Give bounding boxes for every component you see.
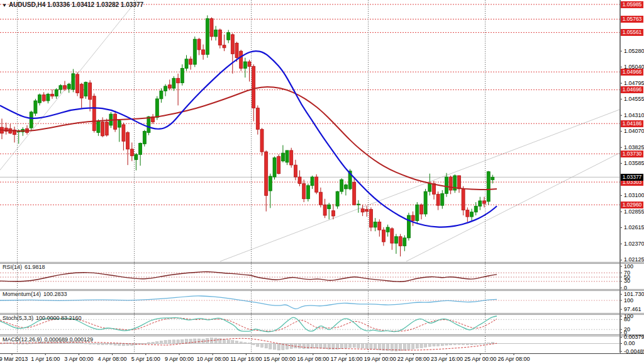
macd-axis-label: 0.003798 — [624, 334, 644, 340]
macd-histogram-bar — [433, 344, 435, 346]
macd-histogram-bar — [122, 344, 125, 346]
candle-down — [218, 30, 221, 45]
price-axis-label: 1.03100 — [624, 192, 644, 198]
candle-up — [47, 94, 50, 101]
momentum-axis-label: 97.461 — [624, 306, 641, 312]
candle-up — [286, 151, 289, 162]
macd-histogram-bar — [353, 344, 355, 348]
candle-up — [394, 237, 397, 244]
candle-up — [59, 86, 62, 89]
price-level-tag: 1.04186 — [621, 120, 643, 127]
macd-histogram-bar — [483, 344, 486, 344]
time-axis-label: 9 Apr 00:00 — [165, 356, 194, 362]
time-axis-label: 25 Apr 00:00 — [464, 356, 496, 362]
macd-histogram-bar — [101, 344, 104, 345]
candle-down — [420, 205, 423, 214]
macd-histogram-bar — [466, 344, 469, 345]
macd-histogram-bar — [93, 344, 96, 344]
macd-histogram-bar — [248, 343, 250, 344]
ma-slow-line[interactable] — [0, 87, 497, 190]
macd-histogram-bar — [172, 340, 175, 344]
candle-up — [470, 212, 474, 217]
macd-histogram-bar — [252, 344, 255, 345]
candle-up — [336, 191, 339, 206]
time-axis-label: 22 Apr 08:00 — [397, 356, 430, 362]
candle-up — [30, 112, 33, 128]
time-axis-label: 16 Apr 08:00 — [297, 356, 329, 362]
price-level-tag: 1.05985 — [621, 1, 643, 8]
macd-histogram-bar — [294, 344, 297, 348]
candle-up — [160, 91, 163, 99]
candle-up — [306, 186, 309, 199]
candle-down — [114, 114, 117, 129]
macd-histogram-bar — [412, 344, 414, 350]
macd-axis-label: -0.004855 — [624, 348, 644, 355]
candle-down — [361, 209, 364, 212]
candle-down — [64, 86, 67, 89]
candle-down — [256, 108, 259, 130]
macd-histogram-bar — [425, 344, 427, 348]
price-level-tag: 1.04966 — [621, 69, 643, 76]
stoch-axis-label: 80 — [624, 316, 630, 322]
chart-canvas[interactable] — [0, 0, 644, 364]
macd-histogram-bar — [89, 344, 91, 344]
candle-up — [474, 206, 477, 212]
title-open: 1.03336 — [47, 1, 70, 8]
title-close: 1.03377 — [121, 1, 143, 8]
candle-up — [328, 205, 331, 208]
stoch-indicator-name: Stoch(5,3,3) — [3, 315, 33, 321]
candle-down — [51, 94, 54, 96]
candle-up — [344, 185, 347, 189]
candle-up — [180, 69, 184, 83]
macd-histogram-bar — [156, 341, 158, 343]
rsi-indicator-value: 61.9818 — [25, 264, 45, 270]
panel-grid-layer — [0, 273, 619, 343]
price-axis-label: 1.03825 — [624, 144, 644, 151]
macd-histogram-bar — [399, 344, 402, 351]
price-level-tag: 1.05561 — [621, 29, 643, 36]
candle-down — [235, 43, 238, 58]
current-price-tag: 1.03377 — [621, 174, 643, 181]
candle-up — [273, 158, 276, 178]
trendline[interactable] — [220, 110, 619, 261]
candle-down — [130, 149, 133, 156]
candle-down — [248, 62, 251, 66]
candle-down — [315, 177, 318, 192]
macd-histogram-bar — [298, 344, 301, 349]
macd-histogram-bar — [181, 339, 184, 343]
candle-down — [399, 237, 402, 246]
momentum-panel-label: Momentum(14)100.2833 — [3, 291, 67, 297]
price-axis-label: 1.04070 — [624, 128, 644, 134]
macd-histogram-bar — [319, 344, 322, 349]
candle-up — [487, 172, 490, 202]
candle-down — [260, 129, 264, 152]
time-axis-label: 5 Apr 16:00 — [131, 356, 160, 362]
macd-histogram-bar — [362, 344, 364, 348]
candle-down — [122, 125, 125, 141]
macd-axis-label: 0.00 — [624, 340, 635, 346]
candle-down — [391, 229, 394, 243]
macd-histogram-bar — [315, 344, 318, 348]
candle-up — [193, 39, 196, 64]
candle-down — [231, 35, 234, 54]
price-axis-label: 1.04795 — [624, 80, 644, 86]
macd-histogram-bar — [194, 339, 196, 344]
candle-down — [458, 176, 461, 189]
macd-histogram-bar — [273, 344, 275, 350]
time-axis-label: 4 Apr 08:00 — [98, 356, 127, 362]
macd-histogram-bar — [408, 344, 410, 350]
candle-up — [374, 222, 377, 227]
price-axis-label: 1.02615 — [624, 224, 644, 230]
momentum-line[interactable] — [0, 296, 497, 309]
macd-histogram-bar — [244, 343, 247, 344]
time-axis-label: 15 Apr 00:00 — [264, 356, 296, 362]
candle-down — [265, 152, 268, 195]
macd-histogram-bar — [143, 343, 146, 344]
rsi-line[interactable] — [0, 271, 497, 282]
candle-up — [311, 177, 314, 186]
candle-down — [303, 184, 306, 199]
candle-up — [38, 95, 42, 103]
macd-histogram-bar — [458, 344, 460, 345]
time-axis-label: 29 Mar 2013 — [0, 356, 28, 362]
macd-histogram-bar — [114, 344, 116, 346]
